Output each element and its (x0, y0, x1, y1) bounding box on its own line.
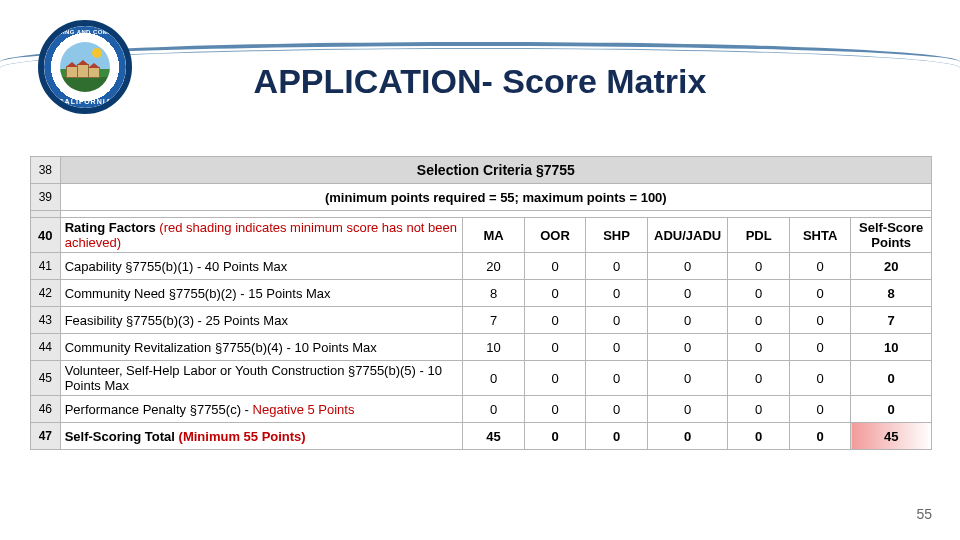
cell: 0 (524, 280, 585, 307)
cell: 0 (728, 253, 789, 280)
self-score-cell: 8 (851, 280, 932, 307)
cell: 0 (586, 361, 647, 396)
table-row: 46 Performance Penalty §7755(c) - Negati… (31, 396, 932, 423)
cell: 0 (789, 334, 850, 361)
row-number: 38 (31, 157, 61, 184)
row-label: Community Need §7755(b)(2) - 15 Points M… (60, 280, 463, 307)
col-header: ADU/JADU (647, 218, 728, 253)
spacer-row (31, 211, 932, 218)
cell: 0 (647, 253, 728, 280)
table-row: 43 Feasibility §7755(b)(3) - 25 Points M… (31, 307, 932, 334)
subbanner-cell: (minimum points required = 55; maximum p… (60, 184, 931, 211)
rating-factors-header: Rating Factors (red shading indicates mi… (60, 218, 463, 253)
table-row: 44 Community Revitalization §7755(b)(4) … (31, 334, 932, 361)
row-label: Community Revitalization §7755(b)(4) - 1… (60, 334, 463, 361)
cell: 0 (647, 280, 728, 307)
cell: 0 (524, 334, 585, 361)
row-number: 45 (31, 361, 61, 396)
cell: 0 (524, 396, 585, 423)
cell: 0 (647, 334, 728, 361)
cell: 0 (789, 396, 850, 423)
row-number: 41 (31, 253, 61, 280)
cell: 0 (789, 253, 850, 280)
row-label: Self-Scoring Total (Minimum 55 Points) (60, 423, 463, 450)
cell: 0 (728, 361, 789, 396)
cell: 0 (586, 253, 647, 280)
cell: 7 (463, 307, 524, 334)
self-score-cell: 0 (851, 396, 932, 423)
cell: 0 (524, 307, 585, 334)
row-number: 44 (31, 334, 61, 361)
self-score-cell: 7 (851, 307, 932, 334)
cell: 0 (647, 361, 728, 396)
cell: 0 (586, 334, 647, 361)
cell: 20 (463, 253, 524, 280)
cell: 0 (524, 361, 585, 396)
cell: 0 (728, 307, 789, 334)
cell: 0 (463, 361, 524, 396)
row-number: 46 (31, 396, 61, 423)
cell: 0 (789, 423, 850, 450)
row-label: Performance Penalty §7755(c) - Negative … (60, 396, 463, 423)
self-score-cell: 10 (851, 334, 932, 361)
cell: 8 (463, 280, 524, 307)
cell: 0 (586, 423, 647, 450)
cell: 0 (647, 423, 728, 450)
col-header-self-score: Self-Score Points (851, 218, 932, 253)
table-row: 45 Volunteer, Self-Help Labor or Youth C… (31, 361, 932, 396)
col-header: OOR (524, 218, 585, 253)
cell: 0 (524, 423, 585, 450)
table-row: 39 (minimum points required = 55; maximu… (31, 184, 932, 211)
page-title: APPLICATION- Score Matrix (0, 62, 960, 101)
score-matrix-table: 38 Selection Criteria §7755 39 (minimum … (30, 156, 932, 450)
row-number: 43 (31, 307, 61, 334)
row-number: 47 (31, 423, 61, 450)
cell: 0 (728, 334, 789, 361)
row-number: 39 (31, 184, 61, 211)
cell: 0 (524, 253, 585, 280)
table-total-row: 47 Self-Scoring Total (Minimum 55 Points… (31, 423, 932, 450)
page-number: 55 (916, 506, 932, 522)
col-header: SHTA (789, 218, 850, 253)
cell: 0 (586, 307, 647, 334)
cell: 0 (586, 280, 647, 307)
cell: 0 (789, 361, 850, 396)
cell: 0 (728, 280, 789, 307)
row-label: Capability §7755(b)(1) - 40 Points Max (60, 253, 463, 280)
self-score-cell: 0 (851, 361, 932, 396)
cell: 0 (647, 307, 728, 334)
cell: 0 (728, 423, 789, 450)
col-header: PDL (728, 218, 789, 253)
cell: 0 (586, 396, 647, 423)
cell: 0 (647, 396, 728, 423)
banner-cell: Selection Criteria §7755 (60, 157, 931, 184)
table-row: 42 Community Need §7755(b)(2) - 15 Point… (31, 280, 932, 307)
row-number: 42 (31, 280, 61, 307)
col-header: MA (463, 218, 524, 253)
cell: 45 (463, 423, 524, 450)
cell: 0 (728, 396, 789, 423)
row-number: 40 (31, 218, 61, 253)
self-score-cell: 20 (851, 253, 932, 280)
table-header-row: 40 Rating Factors (red shading indicates… (31, 218, 932, 253)
table-row: 41 Capability §7755(b)(1) - 40 Points Ma… (31, 253, 932, 280)
row-label: Volunteer, Self-Help Labor or Youth Cons… (60, 361, 463, 396)
logo-top-text: HOUSING AND COMMUNITY DEVELOPMENT (44, 29, 126, 35)
cell: 0 (789, 307, 850, 334)
cell: 0 (463, 396, 524, 423)
col-header: SHP (586, 218, 647, 253)
cell: 10 (463, 334, 524, 361)
row-label: Feasibility §7755(b)(3) - 25 Points Max (60, 307, 463, 334)
table-row: 38 Selection Criteria §7755 (31, 157, 932, 184)
cell: 0 (789, 280, 850, 307)
slide: HOUSING AND COMMUNITY DEVELOPMENT · CALI… (0, 0, 960, 540)
self-score-total-cell: 45 (851, 423, 932, 450)
